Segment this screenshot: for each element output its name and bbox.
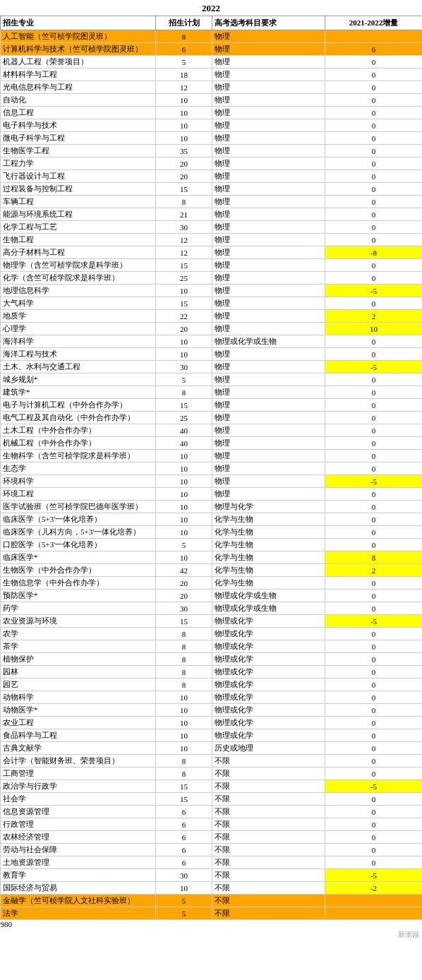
table-row: 园林8物理或化学0 [1,666,423,679]
cell-major: 金融学（竺可桢学院人文社科实验班） [1,895,156,907]
cell-major: 园艺 [1,679,156,691]
cell-major: 海洋科学 [1,335,156,348]
cell-subject: 不限 [212,907,325,920]
cell-major: 生物信息学（中外合作办学） [1,577,156,590]
cell-major: 微电子科学与工程 [1,132,156,145]
cell-major: 劳动与社会保障 [1,844,156,856]
cell-subject: 物理 [212,94,325,107]
table-row: 口腔医学（5+3'一体化培养）5化学与生物0 [1,539,423,551]
cell-change: -5 [325,869,423,882]
table-row: 教育学30不限-5 [1,869,423,882]
cell-major: 光电信息科学与工程 [1,81,156,94]
cell-major: 地理信息科学 [1,285,156,297]
cell-major: 农业工程 [1,717,156,729]
cell-change [325,907,423,920]
cell-major: 古典文献学 [1,742,156,755]
cell-subject: 物理 [212,196,325,208]
cell-plan: 6 [156,856,212,869]
cell-change: 2 [325,564,423,577]
table-row: 农业工程10物理或化学0 [1,717,423,729]
table-row: 微电子科学与工程10物理0 [1,132,423,145]
cell-subject: 物理或化学 [212,691,325,704]
cell-subject: 化学与生物 [212,526,325,539]
cell-subject: 历史或地理 [212,742,325,755]
table-body: 人工智能（竺可桢学院图灵班）8物理计算机科学与技术（竺可桢学院图灵班）6物理6机… [1,30,423,920]
cell-plan: 6 [156,831,212,844]
cell-subject: 不限 [212,844,325,856]
cell-change: 0 [325,640,423,653]
cell-change: 0 [325,119,423,132]
cell-plan: 15 [156,183,212,196]
cell-subject: 物理或化学 [212,717,325,729]
cell-major: 法学 [1,907,156,920]
cell-subject: 物理 [212,348,325,361]
cell-subject: 不限 [212,895,325,907]
cell-change: 0 [325,653,423,666]
cell-major: 预防医学* [1,590,156,602]
cell-plan: 8 [156,679,212,691]
cell-subject: 物理或化学 [212,679,325,691]
header-subject: 高考选考科目要求 [212,16,325,30]
cell-plan: 40 [156,437,212,450]
cell-subject: 物理 [212,297,325,310]
cell-plan: 10 [156,551,212,564]
cell-major: 茶学 [1,640,156,653]
cell-subject: 化学与生物 [212,513,325,526]
table-row: 金融学（竺可桢学院人文社科实验班）5不限 [1,895,423,907]
table-row: 生态学10物理0 [1,462,423,475]
cell-plan: 30 [156,869,212,882]
cell-plan: 20 [156,323,212,335]
cell-plan: 10 [156,462,212,475]
cell-major: 人工智能（竺可桢学院图灵班） [1,30,156,43]
cell-subject: 物理 [212,56,325,68]
table-row: 土木、水利与交通工程30物理-5 [1,361,423,374]
cell-major: 临床医学（5+3'一体化培养） [1,513,156,526]
cell-subject: 物理 [212,183,325,196]
table-row: 车辆工程8物理0 [1,196,423,208]
table-row: 预防医学*20物理或化学或生物0 [1,590,423,602]
table-row: 能源与环境系统工程21物理0 [1,208,423,221]
cell-subject: 物理 [212,132,325,145]
cell-plan: 6 [156,43,212,56]
cell-change: 0 [325,818,423,831]
cell-change: 0 [325,831,423,844]
cell-change: 0 [325,793,423,806]
cell-change: 0 [325,56,423,68]
table-footer: 980 [1,920,423,929]
cell-major: 飞行器设计与工程 [1,170,156,183]
table-row: 环境科学10物理-5 [1,475,423,488]
table-row: 地理信息科学10物理-5 [1,285,423,297]
cell-major: 机械工程（中外合作办学） [1,437,156,450]
cell-plan: 20 [156,157,212,170]
cell-change [325,30,423,43]
cell-plan: 6 [156,806,212,818]
cell-change: -5 [325,780,423,793]
cell-major: 材料科学与工程 [1,68,156,81]
cell-major: 环境科学 [1,475,156,488]
cell-major: 土地资源管理 [1,856,156,869]
cell-major: 工商管理 [1,767,156,780]
cell-plan: 22 [156,310,212,323]
cell-change: 0 [325,399,423,412]
cell-major: 药学 [1,602,156,615]
cell-plan: 15 [156,259,212,272]
cell-plan: 8 [156,196,212,208]
cell-subject: 不限 [212,806,325,818]
cell-change: 0 [325,526,423,539]
cell-plan: 30 [156,221,212,234]
cell-plan: 40 [156,424,212,437]
cell-plan: 6 [156,818,212,831]
cell-subject: 物理或化学 [212,640,325,653]
header-plan: 招生计划 [156,16,212,30]
cell-major: 教育学 [1,869,156,882]
year-header: 2022 [0,0,422,16]
table-row: 劳动与社会保障6不限0 [1,844,423,856]
cell-plan: 6 [156,844,212,856]
cell-subject: 不限 [212,882,325,895]
cell-major: 电子科学与技术 [1,119,156,132]
table-row: 生物科学（含竺可桢学院求是科学班）10物理0 [1,450,423,462]
cell-major: 生物工程 [1,234,156,246]
cell-major: 建筑学* [1,386,156,399]
cell-plan: 10 [156,691,212,704]
cell-major: 化学（含竺可桢学院求是科学班） [1,272,156,285]
